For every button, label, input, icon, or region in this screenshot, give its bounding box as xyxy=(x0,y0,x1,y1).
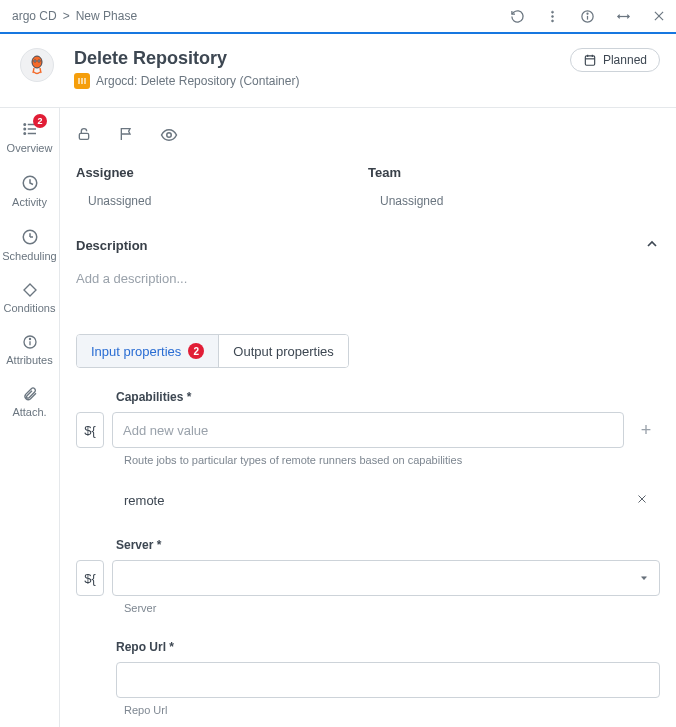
sidebar-item-label: Activity xyxy=(12,196,47,208)
description-title: Description xyxy=(76,238,148,253)
server-label: Server * xyxy=(76,538,660,552)
capabilities-field: Capabilities * ${ + Route jobs to partic… xyxy=(76,390,660,512)
status-button[interactable]: Planned xyxy=(570,48,660,72)
svg-point-37 xyxy=(167,133,172,138)
subtitle-text: Argocd: Delete Repository (Container) xyxy=(96,74,299,88)
tab-count-badge: 2 xyxy=(188,343,204,359)
description-input[interactable]: Add a description... xyxy=(76,265,660,322)
capability-chip-row: remote xyxy=(124,488,660,512)
content: Assignee Unassigned Team Unassigned Desc… xyxy=(60,108,676,727)
capabilities-label: Capabilities * xyxy=(76,390,660,404)
svg-line-12 xyxy=(33,68,34,73)
sidebar-badge: 2 xyxy=(33,114,47,128)
svg-point-21 xyxy=(24,124,26,126)
sidebar-item-activity[interactable]: Activity xyxy=(0,162,59,216)
breadcrumb-phase[interactable]: New Phase xyxy=(76,9,137,23)
remove-chip-icon[interactable] xyxy=(632,488,652,512)
breadcrumb-separator: > xyxy=(63,9,70,23)
server-select[interactable] xyxy=(112,560,660,596)
sidebar-item-label: Attach. xyxy=(12,406,46,418)
diamond-icon xyxy=(22,282,38,298)
avatar xyxy=(20,48,54,82)
sidebar-item-label: Scheduling xyxy=(2,250,56,262)
sidebar-item-conditions[interactable]: Conditions xyxy=(0,270,59,322)
svg-point-25 xyxy=(24,133,26,135)
sidebar-item-attributes[interactable]: Attributes xyxy=(0,322,59,374)
refresh-icon[interactable] xyxy=(510,9,525,24)
repo-url-helper: Repo Url xyxy=(76,698,660,716)
meta-row: Assignee Unassigned Team Unassigned xyxy=(60,165,676,226)
sidebar-item-scheduling[interactable]: Scheduling xyxy=(0,216,59,270)
variable-button[interactable]: ${ xyxy=(76,560,104,596)
svg-marker-40 xyxy=(642,576,647,579)
tab-output-properties[interactable]: Output properties xyxy=(218,335,347,367)
sidebar: 2 Overview Activity Scheduling Condition… xyxy=(0,108,60,727)
svg-point-9 xyxy=(32,56,42,68)
capabilities-helper: Route jobs to particular types of remote… xyxy=(76,448,660,466)
info-circle-icon xyxy=(22,334,38,350)
svg-rect-17 xyxy=(585,56,594,65)
tab-input-properties[interactable]: Input properties 2 xyxy=(77,335,218,367)
capabilities-input[interactable] xyxy=(112,412,624,448)
page-title: Delete Repository xyxy=(74,48,570,69)
flag-icon[interactable] xyxy=(118,126,134,147)
breadcrumb: argo CD > New Phase xyxy=(12,9,510,23)
container-icon xyxy=(74,73,90,89)
capability-chip: remote xyxy=(124,493,164,508)
sidebar-item-attach[interactable]: Attach. xyxy=(0,374,59,426)
calendar-icon xyxy=(583,53,597,67)
caret-down-icon xyxy=(639,571,649,586)
svg-line-13 xyxy=(40,68,41,73)
status-label: Planned xyxy=(603,53,647,67)
svg-point-34 xyxy=(29,338,30,339)
property-tabs: Input properties 2 Output properties xyxy=(76,334,349,368)
subtitle: Argocd: Delete Repository (Container) xyxy=(74,73,570,89)
expand-icon[interactable] xyxy=(615,9,632,24)
variable-button[interactable]: ${ xyxy=(76,412,104,448)
svg-point-0 xyxy=(552,11,554,13)
svg-point-23 xyxy=(24,128,26,130)
top-bar: argo CD > New Phase xyxy=(0,0,676,34)
sidebar-item-label: Conditions xyxy=(4,302,56,314)
info-icon[interactable] xyxy=(580,9,595,24)
eye-icon[interactable] xyxy=(160,126,178,147)
fields: Capabilities * ${ + Route jobs to partic… xyxy=(60,390,676,716)
server-field: Server * ${ Server xyxy=(76,538,660,614)
svg-point-11 xyxy=(38,60,40,62)
paperclip-icon xyxy=(22,386,38,402)
chevron-up-icon xyxy=(644,236,660,255)
svg-rect-35 xyxy=(79,133,88,139)
svg-point-1 xyxy=(552,15,554,17)
close-icon[interactable] xyxy=(652,9,666,23)
top-actions xyxy=(510,9,666,24)
tab-label: Output properties xyxy=(233,344,333,359)
clock-icon xyxy=(21,174,39,192)
add-value-button[interactable]: + xyxy=(632,412,660,448)
team-value[interactable]: Unassigned xyxy=(368,194,660,208)
lock-icon[interactable] xyxy=(76,126,92,147)
repo-url-label: Repo Url * xyxy=(76,640,660,654)
server-helper: Server xyxy=(76,596,660,614)
svg-marker-31 xyxy=(24,284,36,296)
team-col: Team Unassigned xyxy=(368,165,660,208)
sidebar-item-label: Overview xyxy=(7,142,53,154)
header: Delete Repository Argocd: Delete Reposit… xyxy=(0,34,676,108)
assignee-label: Assignee xyxy=(76,165,368,180)
description-header[interactable]: Description xyxy=(76,226,660,265)
schedule-icon xyxy=(21,228,39,246)
svg-point-2 xyxy=(552,19,554,21)
more-icon[interactable] xyxy=(545,9,560,24)
svg-point-10 xyxy=(34,60,36,62)
repo-url-field: Repo Url * Repo Url xyxy=(76,640,660,716)
description-section: Description Add a description... xyxy=(60,226,676,322)
sidebar-item-label: Attributes xyxy=(6,354,52,366)
task-iconbar xyxy=(60,108,676,165)
team-label: Team xyxy=(368,165,660,180)
assignee-col: Assignee Unassigned xyxy=(76,165,368,208)
sidebar-item-overview[interactable]: 2 Overview xyxy=(0,108,59,162)
tab-label: Input properties xyxy=(91,344,181,359)
svg-point-5 xyxy=(587,13,588,14)
breadcrumb-root[interactable]: argo CD xyxy=(12,9,57,23)
repo-url-input[interactable] xyxy=(116,662,660,698)
assignee-value[interactable]: Unassigned xyxy=(76,194,368,208)
